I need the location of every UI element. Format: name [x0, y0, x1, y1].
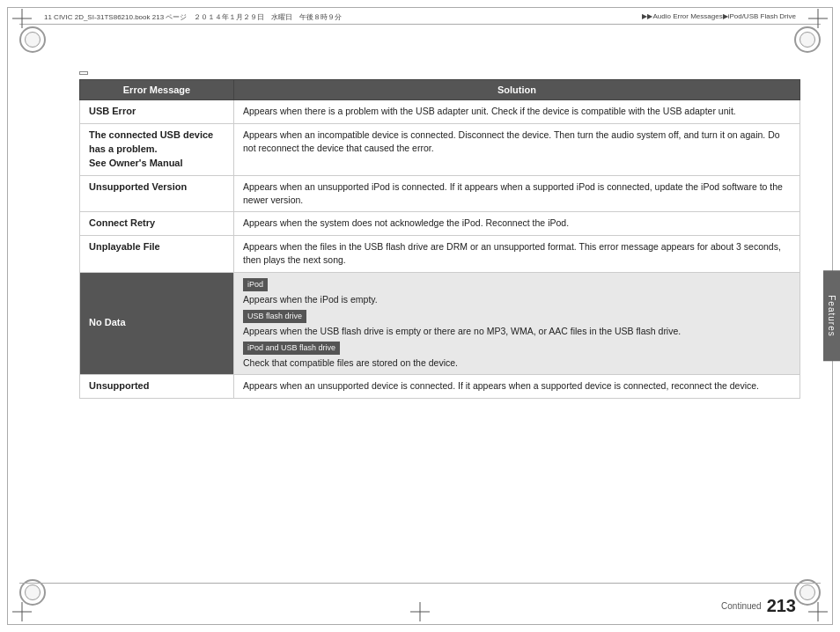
table-row: Connect Retry Appears when the system do… [80, 212, 800, 236]
table-row: Unplayable File Appears when the files i… [80, 236, 800, 272]
top-right-crosshair [808, 9, 828, 28]
bottom-line [19, 583, 821, 584]
bottom-center-crosshair [410, 602, 430, 621]
error-label: No Data [80, 272, 234, 375]
top-bar: 11 CIVIC 2D_SI-31TS86210.book 213 ページ ２０… [44, 12, 796, 22]
solution-text: Appears when an unsupported device is co… [234, 375, 800, 399]
error-label: The connected USB devicehas a problem.Se… [80, 123, 234, 175]
table-row: The connected USB devicehas a problem.Se… [80, 123, 800, 175]
table-row: USB Error Appears when there is a proble… [80, 100, 800, 124]
error-label: Unsupported [80, 375, 234, 399]
col-header-error: Error Message [80, 80, 234, 100]
usb-flash-tag: USB flash drive [243, 310, 306, 323]
table-row: No Data iPod Appears when the iPod is em… [80, 272, 800, 375]
solution-text: Appears when an incompatible device is c… [234, 123, 800, 175]
solution-text: Appears when the system does not acknowl… [234, 212, 800, 236]
features-tab: Features [823, 270, 840, 361]
error-label: USB Error [80, 100, 234, 124]
col-header-solution: Solution [234, 80, 800, 100]
solution-text: iPod Appears when the iPod is empty. USB… [234, 272, 800, 375]
error-label: Connect Retry [80, 212, 234, 236]
ipod-tag: iPod [243, 278, 268, 291]
page-number: 213 [767, 596, 796, 616]
error-label: Unplayable File [80, 236, 234, 272]
solution-text: Appears when the files in the USB flash … [234, 236, 800, 272]
solution-text: Appears when an unsupported iPod is conn… [234, 175, 800, 211]
top-line [19, 24, 821, 25]
top-left-circle [19, 26, 46, 53]
main-table: Error Message Solution USB Error Appears… [79, 79, 800, 399]
top-right-circle [794, 26, 821, 53]
table-row: Unsupported Appears when an unsupported … [80, 375, 800, 399]
top-left-crosshair [12, 9, 32, 28]
error-label: Unsupported Version [80, 175, 234, 211]
bottom-bar: Continued 213 [721, 596, 796, 616]
breadcrumb: ▶▶Audio Error Messages▶iPod/USB Flash Dr… [642, 12, 796, 22]
ipod-usb-tag: iPod and USB flash drive [243, 342, 340, 355]
continued-label: Continued [721, 601, 762, 611]
content-area: Error Message Solution USB Error Appears… [79, 69, 800, 579]
book-info: 11 CIVIC 2D_SI-31TS86210.book 213 ページ ２０… [44, 12, 342, 22]
table-row: Unsupported Version Appears when an unsu… [80, 175, 800, 211]
solution-text: Appears when there is a problem with the… [234, 100, 800, 124]
section-label [79, 71, 88, 75]
